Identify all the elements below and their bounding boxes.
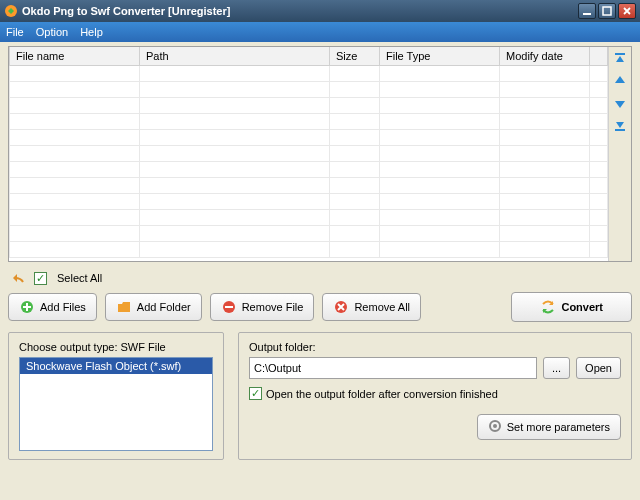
output-type-panel: Choose output type: SWF File Shockwave F…	[8, 332, 224, 460]
convert-button[interactable]: Convert	[511, 292, 632, 322]
remove-all-icon	[333, 299, 349, 315]
open-after-label: Open the output folder after conversion …	[266, 388, 498, 400]
table-row	[10, 81, 608, 97]
table-row	[10, 225, 608, 241]
svg-rect-2	[603, 7, 611, 15]
table-row	[10, 193, 608, 209]
table-row	[10, 161, 608, 177]
minimize-button[interactable]	[578, 3, 596, 19]
titlebar: Okdo Png to Swf Converter [Unregister]	[0, 0, 640, 22]
menu-option[interactable]: Option	[36, 26, 68, 38]
move-down-icon[interactable]	[612, 95, 628, 111]
window-title: Okdo Png to Swf Converter [Unregister]	[22, 5, 230, 17]
output-type-label: Choose output type: SWF File	[19, 341, 213, 353]
output-type-listbox[interactable]: Shockwave Flash Object (*.swf)	[19, 357, 213, 451]
menu-file[interactable]: File	[6, 26, 24, 38]
svg-rect-3	[615, 53, 625, 55]
add-folder-button[interactable]: Add Folder	[105, 293, 202, 321]
button-row: Add Files Add Folder Remove File Remove …	[8, 292, 632, 322]
output-folder-input[interactable]	[249, 357, 537, 379]
gear-icon	[488, 419, 502, 435]
file-grid[interactable]: File name Path Size File Type Modify dat…	[9, 47, 609, 261]
col-blank	[590, 47, 608, 65]
svg-rect-1	[583, 13, 591, 15]
remove-icon	[221, 299, 237, 315]
app-logo-icon	[4, 4, 18, 18]
col-path[interactable]: Path	[140, 47, 330, 65]
table-row	[10, 241, 608, 257]
folder-icon	[116, 299, 132, 315]
table-row	[10, 145, 608, 161]
table-row	[10, 209, 608, 225]
open-button[interactable]: Open	[576, 357, 621, 379]
svg-point-10	[493, 424, 497, 428]
svg-rect-7	[225, 306, 233, 308]
col-filename[interactable]: File name	[10, 47, 140, 65]
select-all-checkbox[interactable]	[34, 272, 47, 285]
table-row	[10, 113, 608, 129]
add-files-button[interactable]: Add Files	[8, 293, 97, 321]
side-toolbar	[609, 47, 631, 261]
browse-button[interactable]: ...	[543, 357, 570, 379]
table-row	[10, 97, 608, 113]
table-row	[10, 129, 608, 145]
convert-icon	[540, 299, 556, 315]
select-all-label: Select All	[57, 272, 102, 284]
set-more-parameters-button[interactable]: Set more parameters	[477, 414, 621, 440]
move-top-icon[interactable]	[612, 51, 628, 67]
maximize-button[interactable]	[598, 3, 616, 19]
open-after-checkbox[interactable]	[249, 387, 262, 400]
menubar: File Option Help	[0, 22, 640, 42]
remove-all-button[interactable]: Remove All	[322, 293, 421, 321]
undo-icon[interactable]	[10, 270, 28, 286]
col-filetype[interactable]: File Type	[380, 47, 500, 65]
remove-file-button[interactable]: Remove File	[210, 293, 315, 321]
table-row	[10, 65, 608, 81]
col-size[interactable]: Size	[330, 47, 380, 65]
list-item[interactable]: Shockwave Flash Object (*.swf)	[20, 358, 212, 374]
select-row: Select All	[10, 270, 632, 286]
menu-help[interactable]: Help	[80, 26, 103, 38]
file-grid-container: File name Path Size File Type Modify dat…	[8, 46, 632, 262]
move-bottom-icon[interactable]	[612, 117, 628, 133]
move-up-icon[interactable]	[612, 73, 628, 89]
col-modify[interactable]: Modify date	[500, 47, 590, 65]
plus-icon	[19, 299, 35, 315]
close-button[interactable]	[618, 3, 636, 19]
output-folder-label: Output folder:	[249, 341, 621, 353]
table-row	[10, 177, 608, 193]
svg-rect-4	[615, 129, 625, 131]
output-folder-panel: Output folder: ... Open Open the output …	[238, 332, 632, 460]
